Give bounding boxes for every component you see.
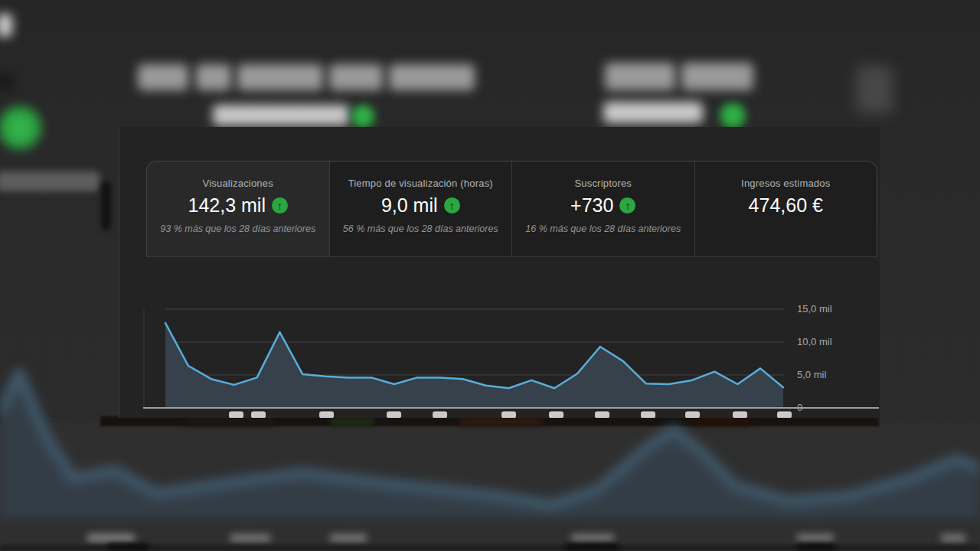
background-arrow-up-circle-icon <box>347 103 379 130</box>
background-bottom-dark-segment <box>107 543 149 551</box>
background-arrow-up-circle-icon <box>715 100 750 131</box>
background-blur-heading <box>138 64 188 90</box>
y-axis-tick-label: 0 <box>797 402 866 414</box>
metric-cards-row: Visualizaciones 142,3 mil ↑ 93 % más que… <box>146 161 877 257</box>
background-blur-heading <box>389 64 475 90</box>
y-axis-tick-label: 10,0 mil <box>797 336 866 348</box>
metric-value: 142,3 mil <box>188 194 266 217</box>
background-blur-heading <box>605 63 675 90</box>
metric-delta: 16 % más que los 28 días anteriores <box>512 223 694 234</box>
background-blur-heading <box>196 64 231 90</box>
metric-value: 474,60 € <box>749 194 823 217</box>
background-axis-label-blur <box>329 533 368 543</box>
background-blur-heading <box>329 64 383 90</box>
analytics-chart-svg[interactable] <box>143 291 880 418</box>
arrow-up-circle-icon: ↑ <box>619 197 635 214</box>
analytics-panel: Visualizaciones 142,3 mil ↑ 93 % más que… <box>119 127 880 418</box>
background-axis-label-blur <box>230 533 271 543</box>
arrow-up-circle-icon: ↑ <box>272 197 288 214</box>
background-axis-label-blur <box>87 533 136 543</box>
y-axis-tick-label: 15,0 mil <box>797 303 866 315</box>
background-blur-metric-value <box>603 102 703 123</box>
metric-delta: 56 % más que los 28 días anteriores <box>330 223 512 234</box>
metric-delta: 93 % más que los 28 días anteriores <box>147 223 329 234</box>
background-blur-fragment <box>856 66 893 113</box>
metric-card-visualizaciones[interactable]: Visualizaciones 142,3 mil ↑ 93 % más que… <box>147 161 329 256</box>
background-axis-label-blur <box>796 533 835 543</box>
analytics-chart[interactable] <box>143 291 880 418</box>
metric-card-suscriptores[interactable]: Suscriptores +730 ↑ 16 % más que los 28 … <box>511 161 694 256</box>
youtube-studio-analytics-screenshot: Visualizaciones 142,3 mil ↑ 93 % más que… <box>0 0 980 551</box>
arrow-up-circle-icon: ↑ <box>444 197 460 214</box>
y-axis-tick-label: 5,0 mil <box>797 369 866 381</box>
background-blur-heading <box>681 63 753 90</box>
background-axis-label-blur <box>940 533 966 543</box>
background-blur-text-fragment <box>0 14 12 37</box>
background-blur-metric-value <box>213 105 349 126</box>
background-axis-label-blur <box>570 533 615 543</box>
background-blur-heading <box>237 64 323 90</box>
metric-card-tiempo-de-visualizacion[interactable]: Tiempo de visualización (horas) 9,0 mil … <box>329 161 512 256</box>
background-scrollbar-thumb <box>101 181 111 230</box>
background-bottom-dark-segment <box>564 543 619 551</box>
metric-value: +730 <box>570 194 613 217</box>
metric-card-ingresos-estimados[interactable]: Ingresos estimados 474,60 € <box>694 161 877 256</box>
metric-label: Visualizaciones <box>147 178 329 189</box>
metric-value: 9,0 mil <box>381 194 438 217</box>
background-blur-menu-text <box>0 171 100 191</box>
background-blur-dark-patch <box>0 73 15 91</box>
metric-label: Tiempo de visualización (horas) <box>330 178 512 189</box>
metric-label: Ingresos estimados <box>695 178 877 189</box>
background-bottom-dark-segment <box>796 543 836 551</box>
metric-label: Suscriptores <box>512 178 694 189</box>
